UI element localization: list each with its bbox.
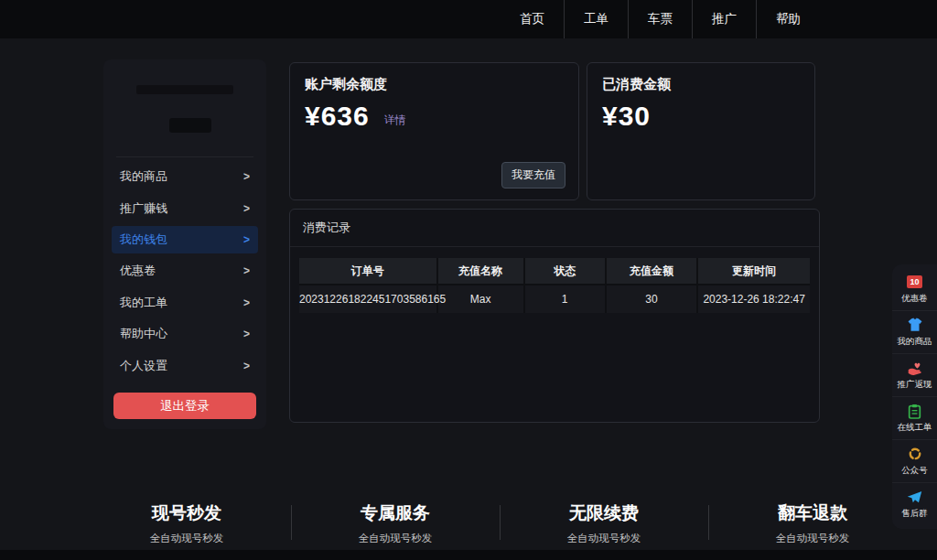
- table-row: 202312261822451703586165 Max 1 30 2023-1…: [299, 285, 810, 313]
- logo-image-mark: [169, 118, 211, 133]
- sidebar-logo: [116, 70, 253, 149]
- feature-refund: 翻车退款 全自动现号秒发: [708, 501, 917, 545]
- sidebar-item-promo-earn[interactable]: 推广赚钱 >: [103, 193, 266, 225]
- balance-card: 账户剩余额度 ¥636 详情 我要充值: [289, 62, 579, 200]
- feature-exclusive-service: 专属服务 全自动现号秒发: [291, 501, 500, 545]
- shirt-icon: [907, 317, 923, 333]
- sidebar-item-label: 推广赚钱: [120, 200, 167, 217]
- float-item-label: 优惠卷: [901, 293, 928, 305]
- consumed-amount: ¥30: [602, 101, 651, 132]
- nav-item-promotion[interactable]: 推广: [692, 0, 756, 38]
- column-header-updated: 更新时间: [697, 258, 810, 285]
- sidebar-item-label: 个人设置: [120, 358, 167, 374]
- sidebar-item-label: 我的工单: [120, 295, 167, 311]
- cell-updated: 2023-12-26 18:22:47: [697, 285, 810, 313]
- column-header-recharge-name: 充值名称: [437, 258, 524, 285]
- float-item-label: 公众号: [901, 465, 928, 477]
- nav-item-ticket[interactable]: 车票: [628, 0, 692, 38]
- sidebar-item-help-center[interactable]: 帮助中心 >: [103, 318, 266, 350]
- feature-subtitle: 全自动现号秒发: [708, 532, 917, 545]
- float-item-label: 我的商品: [898, 336, 932, 348]
- coupon-10-icon: 10: [907, 274, 922, 290]
- sidebar-item-my-workorders[interactable]: 我的工单 >: [103, 287, 266, 319]
- logo-image: [136, 85, 233, 94]
- chevron-right-icon: >: [243, 201, 250, 215]
- chevron-right-icon: >: [243, 170, 250, 184]
- feature-subtitle: 全自动现号秒发: [82, 532, 291, 545]
- chevron-right-icon: >: [243, 328, 250, 341]
- sidebar-item-coupons[interactable]: 优惠卷 >: [103, 255, 266, 287]
- balance-card-title: 账户剩余额度: [290, 63, 578, 97]
- chevron-right-icon: >: [243, 232, 250, 246]
- feature-title: 现号秒发: [82, 501, 291, 525]
- consumed-card-title: 已消费金额: [587, 63, 814, 97]
- sidebar-item-my-products[interactable]: 我的商品 >: [103, 161, 266, 193]
- column-header-order-no: 订单号: [299, 258, 437, 285]
- features-footer: 现号秒发 全自动现号秒发 专属服务 全自动现号秒发 无限续费 全自动现号秒发 翻…: [82, 501, 917, 545]
- top-nav-menu: 首页 工单 车票 推广 帮助: [501, 0, 820, 38]
- chevron-right-icon: >: [243, 296, 250, 309]
- sidebar-item-label: 优惠卷: [120, 263, 156, 279]
- sidebar-item-label: 我的商品: [120, 168, 167, 185]
- quick-access-floatbar: 10 优惠卷 我的商品 推广返现 在线工单 公众号 售后群: [892, 264, 937, 529]
- chevron-right-icon: >: [243, 264, 250, 278]
- feature-subtitle: 全自动现号秒发: [500, 532, 708, 545]
- float-item-my-products[interactable]: 我的商品: [892, 310, 937, 353]
- bottom-band: [0, 550, 937, 560]
- records-title: 消费记录: [290, 210, 819, 247]
- feature-subtitle: 全自动现号秒发: [291, 532, 500, 545]
- feature-unlimited-renewal: 无限续费 全自动现号秒发: [500, 501, 708, 545]
- float-item-label: 在线工单: [898, 422, 932, 434]
- top-navigation-bar: 首页 工单 车票 推广 帮助: [0, 0, 937, 38]
- cell-recharge-name: Max: [437, 285, 524, 313]
- sidebar-item-my-wallet[interactable]: 我的钱包 >: [112, 226, 258, 253]
- table-header-row: 订单号 充值名称 状态 充值金额 更新时间: [299, 258, 810, 285]
- cell-amount: 30: [606, 285, 697, 313]
- chevron-right-icon: >: [243, 359, 250, 372]
- float-item-coupons[interactable]: 10 优惠卷: [892, 267, 937, 310]
- sidebar: 我的商品 > 推广赚钱 > 我的钱包 > 优惠卷 > 我的工单 > 帮助中心 >…: [103, 59, 266, 429]
- recharge-button[interactable]: 我要充值: [501, 162, 565, 188]
- feature-title: 翻车退款: [708, 501, 917, 525]
- detail-link[interactable]: 详情: [384, 113, 406, 128]
- column-header-status: 状态: [524, 258, 606, 285]
- feature-title: 无限续费: [500, 501, 708, 525]
- float-item-promo-cashback[interactable]: 推广返现: [892, 353, 937, 396]
- consumed-card: 已消费金额 ¥30: [587, 62, 815, 200]
- float-item-official-account[interactable]: 公众号: [892, 439, 937, 482]
- records-table: 订单号 充值名称 状态 充值金额 更新时间 202312261822451703…: [299, 258, 810, 313]
- nav-item-workorder[interactable]: 工单: [564, 0, 628, 38]
- cashback-hand-icon: [907, 360, 922, 376]
- sidebar-item-settings[interactable]: 个人设置 >: [103, 350, 266, 382]
- balance-amount: ¥636: [305, 101, 370, 132]
- nav-item-home[interactable]: 首页: [501, 0, 564, 38]
- nav-item-help[interactable]: 帮助: [756, 0, 820, 38]
- sidebar-item-label: 帮助中心: [120, 326, 167, 342]
- cell-status: 1: [524, 285, 606, 313]
- float-item-online-workorder[interactable]: 在线工单: [892, 396, 937, 439]
- feature-title: 专属服务: [291, 501, 500, 525]
- cell-order-no: 202312261822451703586165: [299, 285, 437, 313]
- column-header-amount: 充值金额: [606, 258, 697, 285]
- sidebar-item-label: 我的钱包: [120, 232, 167, 248]
- official-account-swirl-icon: [908, 446, 922, 462]
- clipboard-icon: [908, 403, 921, 419]
- float-item-label: 推广返现: [898, 379, 932, 391]
- records-card: 消费记录 订单号 充值名称 状态 充值金额 更新时间 2023122618224…: [289, 209, 820, 423]
- feature-instant-delivery: 现号秒发 全自动现号秒发: [82, 501, 291, 545]
- sidebar-divider: [116, 156, 253, 157]
- logout-button[interactable]: 退出登录: [113, 393, 256, 419]
